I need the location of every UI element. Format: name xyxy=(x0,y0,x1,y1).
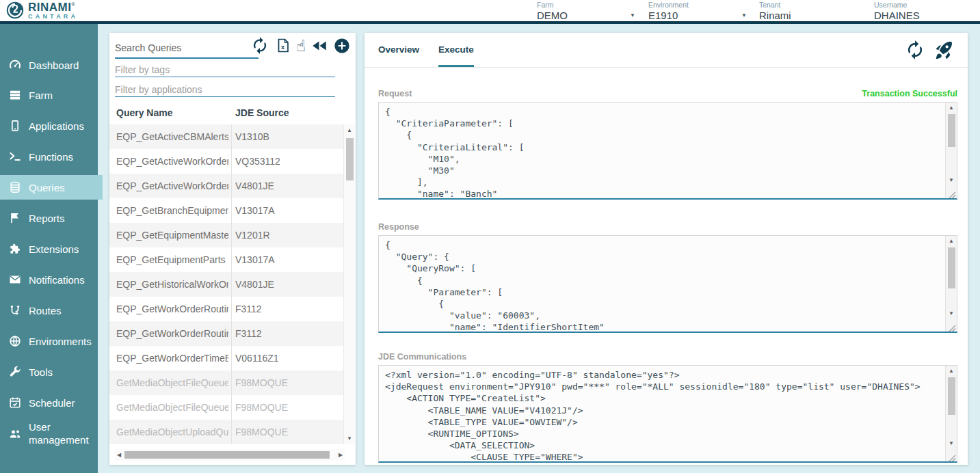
sidebar-item-reports[interactable]: Reports xyxy=(0,206,98,230)
sidebar-item-dashboard[interactable]: Dashboard xyxy=(0,53,98,77)
tools-icon xyxy=(8,365,22,379)
farm-icon xyxy=(8,88,22,102)
query-name-cell: EQP_GetBranchEquipment xyxy=(116,198,228,223)
query-name-cell: EQP_GetActiveWorkOrders xyxy=(116,174,228,198)
jde-source-cell: V13017A xyxy=(235,198,338,223)
sidebar-item-extensions[interactable]: Extensions xyxy=(0,236,98,261)
queries-horizontal-scrollbar[interactable]: ◀ ▶ xyxy=(115,449,345,461)
execute-rocket-icon[interactable] xyxy=(933,40,954,60)
scroll-up-arrow-icon[interactable]: ▲ xyxy=(946,105,957,111)
registered-mark: ® xyxy=(71,2,75,7)
query-name-cell: EQP_GetEquipmentMaster xyxy=(116,223,228,247)
username-label: Username xyxy=(874,1,978,9)
sidebar-item-routes[interactable]: Routes xyxy=(0,298,98,323)
sidebar-item-notifications[interactable]: Notifications xyxy=(0,267,98,292)
environment-field[interactable]: EnvironmentE1910▼ xyxy=(648,1,748,23)
dropdown-arrow-icon[interactable]: ▼ xyxy=(630,12,637,18)
section-jde-communications: JDE Communications<?xml version="1.0" en… xyxy=(378,352,957,463)
scroll-right-arrow-icon[interactable]: ▶ xyxy=(336,452,345,458)
sidebar-item-label: Notifications xyxy=(29,273,85,286)
sidebar-item-label: Routes xyxy=(29,304,62,317)
queries-toolbar: x☝ xyxy=(250,36,351,55)
jde-communications-textarea[interactable]: <?xml version="1.0" encoding="UTF-8" sta… xyxy=(378,365,957,463)
query-row[interactable]: GetMediaObjectFileQueuesF98MOQUE xyxy=(109,395,343,420)
textarea-scrollbar[interactable]: ▲▼ xyxy=(945,236,957,332)
tab-execute[interactable]: Execute xyxy=(438,33,474,67)
sidebar-item-farm[interactable]: Farm xyxy=(0,83,98,107)
detail-toolbar xyxy=(905,40,954,60)
query-detail-panel: OverviewExecute RequestTransaction Succe… xyxy=(365,33,968,465)
sidebar-item-queries[interactable]: Queries xyxy=(0,175,103,200)
filter-tags-input[interactable] xyxy=(115,63,335,77)
filter-applications-input[interactable] xyxy=(115,83,335,97)
scroll-down-arrow-icon[interactable]: ▼ xyxy=(344,435,355,442)
dashboard-icon xyxy=(8,58,22,72)
sidebar-item-user-management[interactable]: User management xyxy=(0,417,98,450)
resize-handle-icon[interactable] xyxy=(948,189,956,198)
query-row[interactable]: EQP_GetBranchEquipmentV13017A xyxy=(109,198,343,223)
query-row[interactable]: GetMediaObjectFileQueueF98MOQUE xyxy=(109,370,343,395)
query-row[interactable]: EQP_GetWorkOrderRoutingF3112 xyxy=(109,297,343,321)
queries-icon xyxy=(8,180,22,194)
query-name-cell: EQP_GetActiveCBMAlerts xyxy=(116,124,228,149)
farm-field[interactable]: FarmDEMO▼ xyxy=(537,1,637,23)
refresh-icon[interactable] xyxy=(905,40,925,60)
vertical-scrollbar-thumb[interactable] xyxy=(346,138,354,180)
query-name-cell: EQP_GetWorkOrderRouting xyxy=(116,297,228,321)
sidebar-item-functions[interactable]: Functions xyxy=(0,144,98,169)
response-textarea[interactable]: { "Query": { "QueryRow": [ { "Parameter"… xyxy=(378,235,957,333)
sidebar-item-label: Applications xyxy=(29,120,84,133)
farm-value: DEMO xyxy=(537,10,568,21)
sidebar-item-environments[interactable]: Environments xyxy=(0,329,98,353)
query-row[interactable]: GetMediaObjectUploadQueF98MOQUE xyxy=(109,420,343,444)
search-input[interactable] xyxy=(115,38,259,59)
tab-overview[interactable]: Overview xyxy=(378,33,419,67)
rewind-icon[interactable] xyxy=(310,37,328,55)
queries-table-header: Query Name JDE Source xyxy=(109,101,343,124)
scroll-up-arrow-icon[interactable]: ▲ xyxy=(946,368,957,374)
sidebar-item-scheduler[interactable]: Scheduler xyxy=(0,390,98,415)
resize-handle-icon[interactable] xyxy=(948,452,956,461)
query-row[interactable]: EQP_GetActiveCBMAlertsV1310B xyxy=(109,124,343,149)
query-row[interactable]: EQP_GetActiveWorkOrderRVQ353112 xyxy=(109,149,343,174)
jde-source-cell: V13017A xyxy=(235,247,338,272)
column-header-query-name: Query Name xyxy=(116,107,172,118)
request-textarea[interactable]: { "CriteriaParameter": [ { "CriteriaLite… xyxy=(378,102,957,200)
scroll-up-arrow-icon[interactable]: ▲ xyxy=(344,127,355,133)
scroll-down-arrow-icon[interactable]: ▼ xyxy=(946,310,957,316)
hand-pointer-icon[interactable]: ☝ xyxy=(296,37,306,55)
sidebar-item-tools[interactable]: Tools xyxy=(0,360,98,384)
app-root: RINAMI® CANTARA FarmDEMO▼EnvironmentE191… xyxy=(0,0,980,473)
scroll-left-arrow-icon[interactable]: ◀ xyxy=(115,452,123,458)
excel-export-icon[interactable]: x xyxy=(275,36,291,55)
query-row[interactable]: EQP_GetActiveWorkOrdersV4801JE xyxy=(109,174,343,198)
jde-source-cell: V1201R xyxy=(235,223,338,247)
add-icon[interactable] xyxy=(333,37,351,55)
environment-label: Environment xyxy=(648,1,748,9)
textarea-scrollbar[interactable]: ▲▼ xyxy=(945,366,957,461)
execute-tab-content: RequestTransaction Successful{ "Criteria… xyxy=(378,68,957,463)
scrollbar-thumb[interactable] xyxy=(948,114,955,147)
sidebar-item-label: Queries xyxy=(29,181,65,194)
sidebar-nav: DashboardFarmApplicationsFunctionsQuerie… xyxy=(0,24,98,473)
column-header-jde-source: JDE Source xyxy=(235,107,289,118)
scroll-down-arrow-icon[interactable]: ▼ xyxy=(946,177,957,183)
query-row[interactable]: EQP_GetWorkOrderTimeEnV06116Z1 xyxy=(109,346,343,370)
sync-icon[interactable] xyxy=(250,36,270,55)
resize-handle-icon[interactable] xyxy=(948,323,956,331)
query-row[interactable]: EQP_GetWorkOrderRoutingF3112 xyxy=(109,321,343,346)
query-row[interactable]: EQP_GetHistoricalWorkOrdV4801JE xyxy=(109,272,343,297)
query-name-cell: EQP_GetActiveWorkOrderR xyxy=(116,149,228,174)
scroll-down-arrow-icon[interactable]: ▼ xyxy=(946,440,957,446)
queries-vertical-scrollbar[interactable]: ▲ ▼ xyxy=(343,124,355,444)
scrollbar-thumb[interactable] xyxy=(948,247,955,288)
sidebar-item-applications[interactable]: Applications xyxy=(0,113,98,138)
scroll-up-arrow-icon[interactable]: ▲ xyxy=(946,238,957,244)
logo-subtitle: CANTARA xyxy=(28,14,78,20)
query-row[interactable]: EQP_GetEquipmentMasterV1201R xyxy=(109,223,343,247)
query-row[interactable]: EQP_GetEquipmentPartsV13017A xyxy=(109,247,343,272)
horizontal-scrollbar-thumb[interactable] xyxy=(124,451,330,459)
dropdown-arrow-icon[interactable]: ▼ xyxy=(741,12,748,18)
textarea-scrollbar[interactable]: ▲▼ xyxy=(945,103,957,198)
scrollbar-thumb[interactable] xyxy=(948,377,955,415)
